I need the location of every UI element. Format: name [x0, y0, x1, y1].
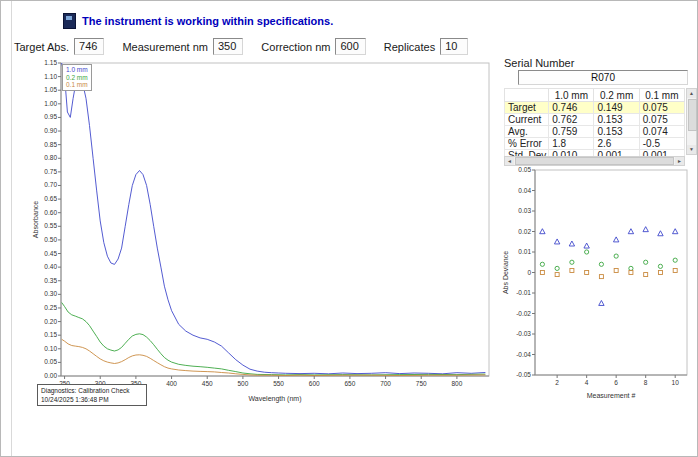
instrument-icon [63, 13, 76, 29]
svg-text:0.40: 0.40 [44, 263, 57, 270]
table-cell: 0.075 [639, 102, 684, 114]
svg-text:Wavelength (nm): Wavelength (nm) [248, 395, 301, 403]
svg-text:0.05: 0.05 [518, 166, 531, 173]
table-cell: 0.762 [549, 114, 594, 126]
svg-text:0.10: 0.10 [44, 345, 57, 352]
table-cell: 0.746 [549, 102, 594, 114]
table-row: Avg.0.7590.1530.074 [505, 126, 685, 138]
svg-text:0.90: 0.90 [44, 127, 57, 134]
deviation-plot: 246810-0.05-0.04-0.03-0.02-0.0100.010.02… [501, 164, 697, 401]
svg-text:-0.03: -0.03 [516, 330, 531, 337]
status-bar: The instrument is working within specifi… [63, 13, 333, 29]
svg-text:-0.05: -0.05 [516, 371, 531, 378]
svg-text:0.02: 0.02 [518, 228, 531, 235]
table-cell: 0.153 [594, 126, 639, 138]
svg-text:500: 500 [237, 380, 248, 387]
table-row: Current0.7620.1530.075 [505, 114, 685, 126]
svg-text:0.95: 0.95 [44, 113, 57, 120]
table-header [505, 89, 549, 102]
row-label: Target [505, 102, 549, 114]
spectrum-chart: 2503003504004505005506006507007508000.00… [31, 56, 493, 404]
svg-text:0.45: 0.45 [44, 250, 57, 257]
svg-text:0.70: 0.70 [44, 181, 57, 188]
svg-text:10: 10 [672, 379, 680, 386]
legend-item: 1.0 mm [66, 66, 88, 74]
svg-text:Abs Deviance: Abs Deviance [502, 251, 509, 294]
svg-text:-0.01: -0.01 [516, 289, 531, 296]
svg-text:1.10: 1.10 [44, 73, 57, 80]
svg-text:0.85: 0.85 [44, 141, 57, 148]
svg-text:800: 800 [451, 380, 462, 387]
table-row: Target0.7460.1490.075 [505, 102, 685, 114]
param-value-3[interactable]: 10 [440, 38, 468, 55]
svg-text:0.55: 0.55 [44, 222, 57, 229]
param-value-2[interactable]: 600 [335, 38, 365, 55]
svg-text:1.05: 1.05 [44, 86, 57, 93]
svg-text:0: 0 [527, 269, 531, 276]
svg-text:650: 650 [344, 380, 355, 387]
svg-text:0.00: 0.00 [44, 372, 57, 379]
svg-text:0.25: 0.25 [44, 304, 57, 311]
table-cell: 1.8 [549, 138, 594, 150]
serial-number-label: Serial Number [504, 57, 574, 69]
svg-text:0.03: 0.03 [518, 207, 531, 214]
scroll-up-icon[interactable]: ▲ [687, 89, 696, 98]
svg-text:1.15: 1.15 [44, 59, 57, 66]
scroll-down-icon[interactable]: ▼ [687, 145, 696, 154]
svg-text:8: 8 [644, 379, 648, 386]
svg-text:2: 2 [555, 379, 559, 386]
parameter-bar: Target Abs.746Measurement nm350Correctio… [14, 38, 486, 55]
param-label-2: Correction nm [261, 41, 330, 53]
table-row: % Error1.82.6-0.5 [505, 138, 685, 150]
svg-text:0.15: 0.15 [44, 331, 57, 338]
legend-item: 0.1 mm [66, 81, 88, 89]
svg-text:0.20: 0.20 [44, 318, 57, 325]
svg-text:400: 400 [166, 380, 177, 387]
instrument-icon-screen [66, 16, 72, 20]
param-label-1: Measurement nm [122, 41, 208, 53]
svg-text:-0.02: -0.02 [516, 310, 531, 317]
svg-text:0.50: 0.50 [44, 236, 57, 243]
svg-text:Measurement #: Measurement # [587, 392, 636, 399]
row-label: Avg. [505, 126, 549, 138]
vertical-scroll-thumb[interactable] [688, 99, 697, 131]
table-header: 0.1 mm [639, 89, 684, 102]
table-cell: 0.075 [639, 114, 684, 126]
svg-text:Absorbance: Absorbance [32, 201, 39, 238]
svg-text:0.80: 0.80 [44, 154, 57, 161]
svg-text:-0.04: -0.04 [516, 351, 531, 358]
table-vertical-scrollbar[interactable]: ▲ ▼ [686, 88, 697, 155]
legend-item: 0.2 mm [66, 74, 88, 82]
table-cell: -0.5 [639, 138, 684, 150]
svg-text:450: 450 [202, 380, 213, 387]
table-cell: 0.149 [594, 102, 639, 114]
table-cell: 2.6 [594, 138, 639, 150]
table-header-row: 1.0 mm0.2 mm0.1 mm [505, 89, 685, 102]
svg-text:0.75: 0.75 [44, 168, 57, 175]
svg-text:0.04: 0.04 [518, 187, 531, 194]
diagnostics-tooltip: Diagnostics: Calibration Check 10/24/202… [37, 384, 147, 406]
param-value-0[interactable]: 746 [74, 38, 104, 55]
svg-text:700: 700 [380, 380, 391, 387]
svg-text:0.05: 0.05 [44, 358, 57, 365]
row-label: Current [505, 114, 549, 126]
svg-text:600: 600 [309, 380, 320, 387]
legend: 1.0 mm0.2 mm0.1 mm [62, 64, 92, 91]
param-value-1[interactable]: 350 [213, 38, 243, 55]
diagnostics-title: Diagnostics: Calibration Check [41, 386, 143, 395]
table-header: 0.2 mm [594, 89, 639, 102]
table-header: 1.0 mm [549, 89, 594, 102]
results-table: 1.0 mm0.2 mm0.1 mmTarget0.7460.1490.075C… [504, 88, 685, 162]
svg-text:1.00: 1.00 [44, 100, 57, 107]
serial-number-value[interactable]: R070 [518, 70, 688, 85]
svg-text:550: 550 [273, 380, 284, 387]
svg-text:0.65: 0.65 [44, 195, 57, 202]
table-cell: 0.153 [594, 114, 639, 126]
row-label: % Error [505, 138, 549, 150]
app-window: The instrument is working within specifi… [0, 0, 698, 457]
svg-text:0.60: 0.60 [44, 209, 57, 216]
svg-text:0.35: 0.35 [44, 277, 57, 284]
param-label-3: Replicates [384, 41, 435, 53]
svg-text:6: 6 [614, 379, 618, 386]
svg-text:750: 750 [416, 380, 427, 387]
